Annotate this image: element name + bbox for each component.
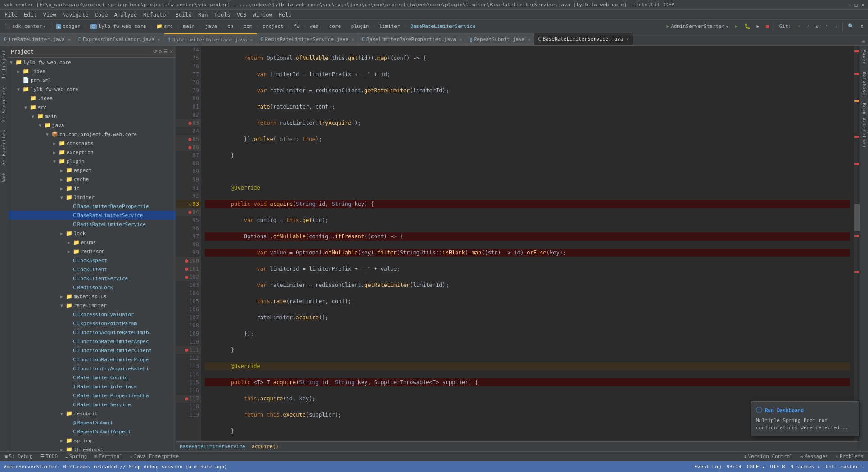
line-separator[interactable]: CRLF ÷ xyxy=(747,464,765,470)
tab-close[interactable]: ✕ xyxy=(528,37,530,42)
breadcrumb-plugin[interactable]: plugin xyxy=(348,23,372,30)
tree-redisRateLimiter-file[interactable]: C RedisRateLimiterService xyxy=(8,220,176,229)
charset[interactable]: UTF-8 xyxy=(770,464,785,470)
tree-mybatisplus[interactable]: ▶ 📁 mybatisplus xyxy=(8,292,176,301)
tree-redissonlock[interactable]: C RedissonLock xyxy=(8,283,176,292)
breadcrumb-limiter[interactable]: limiter xyxy=(376,23,402,30)
breadcrumb-cn[interactable]: cn xyxy=(225,23,236,30)
database-tool-window[interactable]: Database xyxy=(860,68,868,99)
event-log-btn[interactable]: Event Log xyxy=(694,464,721,470)
breadcrumb-fw[interactable]: fw xyxy=(291,23,302,30)
debug-tool-btn[interactable]: ▣5: Debug xyxy=(2,453,36,460)
tree-expressionevaluator[interactable]: C ExpressionEvaluator xyxy=(8,310,176,319)
tree-ratelimiterinterface[interactable]: I RateLimiterInterface xyxy=(8,382,176,391)
tab-rateLimiterInterface[interactable]: I RateLimiterInterface.java ✕ xyxy=(164,33,257,45)
breadcrumb-main[interactable]: main xyxy=(181,23,198,30)
git-history[interactable]: ↺ xyxy=(814,23,822,30)
tree-aspect[interactable]: ▶ 📁 aspect xyxy=(8,166,176,175)
maximize-btn[interactable]: □ xyxy=(855,2,858,8)
breadcrumb-java[interactable]: java xyxy=(203,23,220,30)
split-editor-btn[interactable]: ⊞ xyxy=(859,39,868,45)
menu-code[interactable]: Code xyxy=(92,11,111,19)
tree-ratelimiter[interactable]: ▼ 📁 ratelimiter xyxy=(8,301,176,310)
sync-icon[interactable]: ⟳ xyxy=(153,49,157,54)
settings-btn[interactable]: ⚙ xyxy=(858,23,866,30)
project-tool-window[interactable]: 1: Project xyxy=(0,46,8,83)
breadcrumb-module[interactable]: ⬡ lylb-fw-web-core xyxy=(88,23,149,30)
tree-lock[interactable]: ▶ 📁 lock xyxy=(8,229,176,238)
tab-close[interactable]: ✕ xyxy=(158,37,160,42)
breadcrumb-project[interactable]: project xyxy=(260,23,286,30)
breadcrumb-class[interactable]: BaseRateLimiterService xyxy=(180,444,245,449)
bean-validation-window[interactable]: Bean Validation xyxy=(860,99,868,151)
tree-ratelimiterservice[interactable]: C RateLimiterService xyxy=(8,400,176,409)
tab-close[interactable]: ✕ xyxy=(68,37,71,42)
git-check2[interactable]: ✓ xyxy=(804,23,813,30)
menu-vcs[interactable]: VCS xyxy=(234,11,249,19)
run-dashboard-popup[interactable]: ⓘ Run Dashboard Multiple Spring Boot run… xyxy=(751,401,859,436)
run-btn[interactable]: ▶ xyxy=(732,23,741,30)
settings-project-icon[interactable]: ⚙ xyxy=(159,49,162,54)
tree-functionratelimiterprope[interactable]: C FunctionRateLimiterPrope xyxy=(8,355,176,364)
breadcrumb-src[interactable]: 📁src xyxy=(154,23,176,30)
tree-package[interactable]: ▼ 📦 cn.com.project.fw.web.core xyxy=(8,130,176,139)
git-up[interactable]: ↑ xyxy=(823,23,831,30)
tree-idea[interactable]: ▶ 📁 .idea xyxy=(8,67,176,76)
version-control-tool-btn[interactable]: ↕Version Control xyxy=(741,453,796,460)
tab-baseRateLimiter[interactable]: C BaseRateLimiterService.java ✕ xyxy=(534,33,633,45)
menu-refactor[interactable]: Refactor xyxy=(140,11,172,19)
tree-pom[interactable]: 📄 pom.xml xyxy=(8,76,176,85)
tree-idea2[interactable]: 📁 .idea xyxy=(8,94,176,103)
tab-ireRateLimiter[interactable]: C ireRateLimiter.java ✕ xyxy=(0,33,75,45)
tree-constants[interactable]: ▶ 📁 constants xyxy=(8,139,176,148)
menu-tools[interactable]: Tools xyxy=(212,11,233,19)
tab-expressionEvaluator[interactable]: C ExpressionEvaluator.java ✕ xyxy=(75,33,164,45)
maven-tool-window[interactable]: Maven xyxy=(860,46,868,68)
favorites-tool-window[interactable]: 3: Favorites xyxy=(0,126,8,169)
code-content[interactable]: return Optional.ofNullable(this.get(id))… xyxy=(201,46,854,441)
minimize-btn[interactable]: ─ xyxy=(848,2,851,8)
tree-functiontryacquire[interactable]: C FunctionTryAcquireRateLi xyxy=(8,364,176,373)
java-enterprise-tool-btn[interactable]: ☕Java Enterprise xyxy=(127,453,181,460)
tree-plugin[interactable]: ▼ 📁 plugin xyxy=(8,157,176,166)
menu-analyze[interactable]: Analyze xyxy=(111,11,140,19)
tree-main[interactable]: ▼ 📁 main xyxy=(8,112,176,121)
tree-limiter[interactable]: ▼ 📁 limiter xyxy=(8,193,176,202)
tab-close[interactable]: ✕ xyxy=(250,37,253,42)
tree-functionacquire[interactable]: C FunctionAcquireRateLimib xyxy=(8,328,176,337)
menu-navigate[interactable]: Navigate xyxy=(60,11,91,19)
breadcrumb-web[interactable]: web xyxy=(307,23,321,30)
git-branch[interactable]: Git: master ÷ xyxy=(826,464,864,470)
tree-repeatsubmit[interactable]: @ RepeatSubmit xyxy=(8,418,176,427)
web-tool-window[interactable]: Web xyxy=(0,169,8,185)
gear-icon[interactable]: ☰ xyxy=(163,49,168,54)
tree-threadpool[interactable]: ▶ 📁 threadpool xyxy=(8,445,176,451)
search-everywhere[interactable]: 🔍 xyxy=(845,23,857,30)
breadcrumb-codgen[interactable]: c codgen xyxy=(54,23,83,30)
tree-ratelimiterprops[interactable]: C RateLimiterPropertiesCha xyxy=(8,391,176,400)
close-btn[interactable]: ✕ xyxy=(861,2,864,8)
messages-tool-btn[interactable]: ✉Messages xyxy=(797,453,831,460)
tree-lockaspect[interactable]: C LockAspect xyxy=(8,256,176,265)
tree-src[interactable]: ▼ 📁 src xyxy=(8,103,176,112)
terminal-tool-btn[interactable]: ⊡Terminal xyxy=(91,453,125,460)
stop-btn[interactable]: ■ xyxy=(763,23,772,30)
tree-lockclientservice[interactable]: C LockClientService xyxy=(8,274,176,283)
tab-close[interactable]: ✕ xyxy=(626,36,629,41)
tab-redisRateLimiter[interactable]: C RedisRateLimiterService.java ✕ xyxy=(257,33,359,45)
hide-panel-icon[interactable]: ✕ xyxy=(170,49,173,54)
tree-baseRateLimiter-file[interactable]: C BaseRateLimiterService xyxy=(8,211,176,220)
tree-lockclient[interactable]: C LockClient xyxy=(8,265,176,274)
menu-build[interactable]: Build xyxy=(173,11,194,19)
breadcrumb-file[interactable]: BaseRateLimiterService xyxy=(407,23,479,30)
tree-expressionpointparam[interactable]: C ExpressionPointParam xyxy=(8,319,176,328)
tree-spring[interactable]: ▶ 📁 spring xyxy=(8,436,176,445)
git-down[interactable]: ↓ xyxy=(832,23,841,30)
tree-baseLimiterProps-file[interactable]: C BaseLimiterBasePropertie xyxy=(8,202,176,211)
tree-functionratelimiteraspec[interactable]: C FunctionRateLimiterAspec xyxy=(8,337,176,346)
tree-resubmit[interactable]: ▼ 📁 resubmit xyxy=(8,409,176,418)
run-coverage-btn[interactable]: ▶ xyxy=(754,23,763,30)
tree-id[interactable]: ▶ 📁 id xyxy=(8,184,176,193)
breadcrumb-com[interactable]: com xyxy=(241,23,255,30)
tree-ratelimiterconfig[interactable]: C RateLimiterConfig xyxy=(8,373,176,382)
